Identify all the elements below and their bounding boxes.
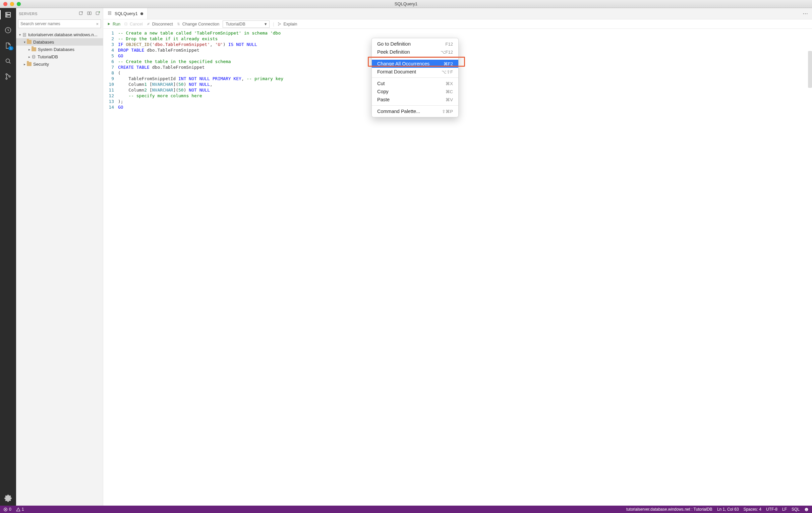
servers-icon[interactable] — [4, 11, 12, 19]
tree-databases[interactable]: ▾ Databases — [16, 38, 103, 46]
svg-point-6 — [6, 74, 7, 75]
status-eol[interactable]: LF — [782, 507, 787, 512]
context-menu-item[interactable]: Go to DefinitionF12 — [372, 40, 458, 48]
tab-label: SQLQuery1 — [115, 11, 138, 16]
titlebar: SQLQuery1 — [0, 0, 812, 8]
tree-server-label: tutorialserver.database.windows.n... — [28, 32, 97, 37]
status-connection[interactable]: tutorialserver.database.windows.net : Tu… — [626, 507, 713, 512]
status-position[interactable]: Ln 1, Col 63 — [717, 507, 739, 512]
svg-rect-15 — [23, 35, 26, 36]
status-feedback-icon[interactable] — [804, 507, 809, 512]
folder-icon — [27, 62, 31, 66]
context-menu-separator — [372, 78, 458, 78]
database-select[interactable]: TutorialDB — [223, 21, 269, 28]
disconnect-button[interactable]: Disconnect — [146, 22, 173, 27]
cancel-button[interactable]: Cancel — [124, 22, 143, 27]
search-servers-input[interactable]: × — [18, 20, 101, 28]
status-encoding[interactable]: UTF-8 — [766, 507, 778, 512]
context-menu-item[interactable]: Peek Definition⌥F12 — [372, 48, 458, 56]
query-toolbar: Run Cancel Disconnect Change Connection … — [103, 20, 812, 29]
tree-databases-label: Databases — [33, 39, 54, 45]
svg-point-21 — [278, 25, 279, 26]
context-menu-item[interactable]: Paste⌘V — [372, 95, 458, 104]
context-menu-separator — [372, 58, 458, 58]
explorer-icon[interactable]: 1 — [4, 41, 12, 50]
tree-server[interactable]: ▾ tutorialserver.database.windows.n... — [16, 31, 103, 38]
sidebar-title: SERVERS — [19, 12, 79, 16]
source-control-icon[interactable] — [4, 73, 12, 81]
task-history-icon[interactable] — [4, 26, 12, 34]
context-menu-item[interactable]: Cut⌘X — [372, 80, 458, 87]
new-group-icon[interactable] — [87, 11, 92, 17]
tab-sqlquery1[interactable]: SQLQuery1 — [103, 8, 147, 19]
svg-rect-9 — [80, 12, 83, 15]
svg-rect-18 — [108, 13, 111, 15]
status-errors[interactable]: 0 — [3, 507, 11, 512]
svg-rect-11 — [89, 12, 91, 15]
line-gutter: 1234567891011121314 — [103, 29, 118, 506]
svg-point-7 — [6, 78, 7, 79]
context-menu-separator — [372, 105, 458, 106]
svg-rect-19 — [125, 23, 127, 25]
tree-system-databases[interactable]: ▸ System Databases — [16, 46, 103, 53]
svg-point-26 — [807, 509, 807, 509]
settings-icon[interactable] — [4, 494, 12, 502]
database-selected-label: TutorialDB — [226, 22, 245, 27]
sidebar: SERVERS × ▾ tutorialserver.database.wind… — [16, 8, 103, 506]
svg-rect-10 — [87, 12, 89, 15]
window-title: SQLQuery1 — [0, 1, 812, 6]
svg-point-24 — [805, 508, 808, 511]
code-content[interactable]: -- Create a new table called 'TableFromS… — [118, 29, 812, 506]
editor-area: SQLQuery1 ⋯ Run Cancel Disconnect Change… — [103, 8, 812, 506]
explain-button[interactable]: Explain — [277, 22, 297, 27]
tree-security[interactable]: ▸ Security — [16, 60, 103, 68]
tab-bar: SQLQuery1 ⋯ — [103, 8, 812, 20]
server-tree: ▾ tutorialserver.database.windows.n... ▾… — [16, 29, 103, 69]
svg-point-25 — [806, 509, 806, 509]
folder-icon — [31, 47, 36, 51]
context-menu-item[interactable]: Copy⌘C — [372, 87, 458, 95]
svg-point-5 — [6, 59, 10, 63]
tree-sysdb-label: System Databases — [38, 47, 75, 52]
svg-point-8 — [9, 76, 10, 77]
svg-point-16 — [32, 55, 35, 56]
change-connection-button[interactable]: Change Connection — [176, 22, 220, 27]
context-menu-item[interactable]: Command Palette...⇧⌘P — [372, 107, 458, 115]
search-icon[interactable] — [4, 57, 12, 65]
context-menu-item[interactable]: Change All Occurrences⌘F2 — [372, 60, 458, 68]
run-button[interactable]: Run — [107, 22, 120, 27]
svg-point-13 — [99, 11, 100, 12]
editor-more-icon[interactable]: ⋯ — [799, 8, 812, 19]
svg-point-2 — [6, 13, 7, 14]
status-lang[interactable]: SQL — [791, 507, 800, 512]
svg-rect-17 — [108, 11, 111, 13]
context-menu-item[interactable]: Format Document⌥⇧F — [372, 68, 458, 76]
overview-scrollbar[interactable] — [808, 51, 812, 88]
collapse-icon[interactable] — [95, 11, 100, 17]
status-bar: 0 1 tutorialserver.database.windows.net … — [0, 506, 812, 513]
tree-tutorialdb-label: TutorialDB — [37, 54, 58, 59]
context-menu: Go to DefinitionF12Peek Definition⌥F12Ch… — [372, 38, 459, 117]
tree-security-label: Security — [33, 62, 49, 67]
status-warnings[interactable]: 1 — [16, 507, 24, 512]
svg-point-22 — [280, 24, 281, 24]
status-spaces[interactable]: Spaces: 4 — [744, 507, 761, 512]
clear-search-icon[interactable]: × — [96, 22, 98, 27]
search-input-field[interactable] — [21, 22, 96, 26]
new-connection-icon[interactable] — [79, 11, 84, 17]
svg-point-20 — [278, 23, 279, 23]
file-icon — [107, 11, 112, 17]
svg-rect-12 — [96, 12, 99, 15]
explorer-badge: 1 — [8, 46, 13, 50]
tree-tutorialdb[interactable]: ▸ TutorialDB — [16, 53, 103, 60]
modified-dot-icon — [141, 12, 143, 15]
svg-rect-14 — [23, 33, 26, 34]
folder-icon — [27, 40, 31, 44]
svg-point-3 — [6, 16, 7, 17]
activity-bar: 1 — [0, 8, 16, 506]
